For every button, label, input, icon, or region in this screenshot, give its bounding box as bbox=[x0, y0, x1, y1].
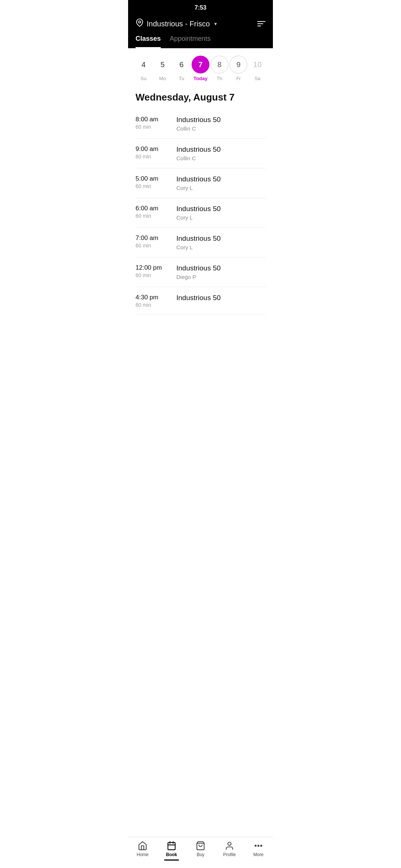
class-item-4[interactable]: 7:00 am 60 min Industrious 50 Cory L bbox=[136, 228, 265, 257]
class-info-5: Industrious 50 Diego P bbox=[176, 264, 265, 280]
calendar-day-7-today[interactable]: 7 Today bbox=[192, 56, 209, 81]
filter-lines-icon bbox=[257, 21, 265, 26]
day-label-4: Su bbox=[141, 76, 147, 81]
day-label-6: Tu bbox=[179, 76, 184, 81]
class-time-5: 12:00 pm 60 min bbox=[136, 264, 176, 278]
calendar-day-8[interactable]: 8 Th bbox=[211, 56, 228, 81]
location-name: Industrious - Frisco bbox=[147, 20, 210, 28]
class-time-2: 5:00 am 60 min bbox=[136, 175, 176, 189]
class-item-0[interactable]: 8:00 am 60 min Industrious 50 Collin C bbox=[136, 109, 265, 139]
day-label-9: Fr bbox=[236, 76, 241, 81]
svg-point-0 bbox=[138, 21, 141, 23]
day-number-4: 4 bbox=[135, 56, 153, 73]
class-item-2[interactable]: 5:00 am 60 min Industrious 50 Cory L bbox=[136, 168, 265, 198]
day-label-5: Mo bbox=[159, 76, 166, 81]
class-item-1[interactable]: 9:00 am 60 min Industrious 50 Collin C bbox=[136, 139, 265, 168]
tab-bar: Classes Appointments bbox=[128, 29, 273, 48]
day-number-8: 8 bbox=[211, 56, 228, 73]
class-list: 8:00 am 60 min Industrious 50 Collin C 9… bbox=[128, 109, 273, 315]
day-label-today: Today bbox=[193, 76, 207, 81]
tab-appointments[interactable]: Appointments bbox=[170, 35, 211, 48]
chevron-down-icon: ▾ bbox=[214, 21, 217, 27]
class-info-4: Industrious 50 Cory L bbox=[176, 234, 265, 250]
location-icon bbox=[136, 19, 144, 29]
status-time: 7:53 bbox=[195, 4, 206, 11]
class-info-6: Industrious 50 bbox=[176, 294, 265, 303]
class-info-2: Industrious 50 Cory L bbox=[176, 175, 265, 191]
calendar-day-5[interactable]: 5 Mo bbox=[154, 56, 172, 81]
calendar-day-6[interactable]: 6 Tu bbox=[173, 56, 190, 81]
class-time-4: 7:00 am 60 min bbox=[136, 234, 176, 249]
class-info-1: Industrious 50 Collin C bbox=[176, 145, 265, 161]
class-item-6[interactable]: 4:30 pm 60 min Industrious 50 bbox=[136, 287, 265, 315]
class-time-0: 8:00 am 60 min bbox=[136, 116, 176, 130]
day-number-10: 10 bbox=[248, 56, 266, 73]
calendar-day-9[interactable]: 9 Fr bbox=[229, 56, 247, 81]
day-label-10: Sa bbox=[254, 76, 260, 81]
calendar-strip: 4 Su 5 Mo 6 Tu 7 Today 8 Th 9 Fr 10 Sa bbox=[128, 48, 273, 89]
day-number-6: 6 bbox=[173, 56, 190, 73]
location-selector[interactable]: Industrious - Frisco ▾ bbox=[136, 19, 217, 29]
date-heading: Wednesday, August 7 bbox=[128, 89, 273, 109]
header: Industrious - Frisco ▾ bbox=[128, 14, 273, 29]
calendar-day-10[interactable]: 10 Sa bbox=[248, 56, 266, 81]
class-item-5[interactable]: 12:00 pm 60 min Industrious 50 Diego P bbox=[136, 257, 265, 287]
day-label-8: Th bbox=[217, 76, 222, 81]
filter-button[interactable] bbox=[257, 21, 265, 26]
calendar-day-4[interactable]: 4 Su bbox=[135, 56, 153, 81]
day-number-5: 5 bbox=[154, 56, 172, 73]
class-info-0: Industrious 50 Collin C bbox=[176, 116, 265, 132]
day-number-7: 7 bbox=[192, 56, 209, 73]
day-number-9: 9 bbox=[229, 56, 247, 73]
tab-classes[interactable]: Classes bbox=[136, 35, 161, 48]
class-time-3: 6:00 am 60 min bbox=[136, 205, 176, 219]
class-item-3[interactable]: 6:00 am 60 min Industrious 50 Cory L bbox=[136, 198, 265, 228]
class-time-1: 9:00 am 60 min bbox=[136, 145, 176, 160]
class-time-6: 4:30 pm 60 min bbox=[136, 294, 176, 308]
status-bar: 7:53 bbox=[128, 0, 273, 14]
class-info-3: Industrious 50 Cory L bbox=[176, 205, 265, 221]
